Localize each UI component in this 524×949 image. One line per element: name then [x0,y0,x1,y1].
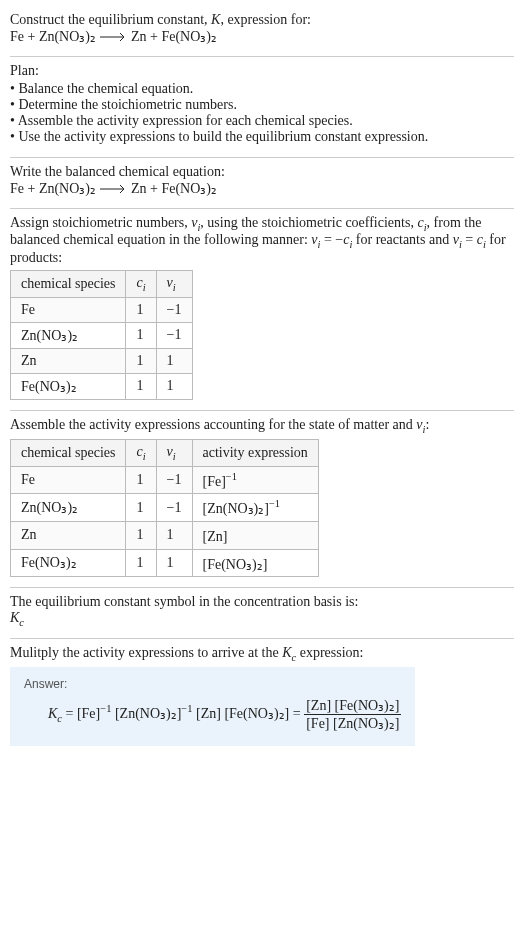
table-row: Zn(NO₃)₂ 1 −1 [Zn(NO₃)₂]−1 [11,494,319,522]
basis-text: The equilibrium constant symbol in the c… [10,594,514,610]
reaction-arrow-icon [100,30,128,46]
multiply-suffix: expression: [296,645,363,660]
answer-eq2: = [289,705,304,720]
col-c-sub: i [143,282,146,293]
assign-rel1-eq: = − [320,232,343,247]
table-row: Zn(NO₃)₂ 1 −1 [11,322,193,348]
table-header-row: chemical species ci νi activity expressi… [11,439,319,466]
intro-eqn-rhs: Zn + Fe(NO₃)₂ [131,29,217,44]
col-nu: νi [156,271,192,298]
balanced-title: Write the balanced chemical equation: [10,164,514,180]
cell-activity: [Zn] [192,521,318,549]
intro-eqn-lhs: Fe + Zn(NO₃)₂ [10,29,96,44]
act-base: [Zn(NO₃)₂] [203,501,269,516]
table-row: Zn 1 1 [Zn] [11,521,319,549]
act-exp: −1 [226,471,237,482]
assign-p4: for reactants and [352,232,452,247]
assign-p2: , using the stoichiometric coefficients, [200,215,417,230]
col-activity: activity expression [192,439,318,466]
cell-species: Zn [11,348,126,373]
col-species: chemical species [11,439,126,466]
cell-nu: −1 [156,494,192,522]
answer-t2e: −1 [181,703,192,714]
intro-K: K [211,12,220,27]
answer-t2b: [Zn(NO₃)₂] [115,705,181,720]
plan-title: Plan: [10,63,514,79]
answer-t3: [Zn] [196,705,221,720]
answer-label: Answer: [24,677,401,691]
plan-item: Determine the stoichiometric numbers. [10,97,514,113]
cell-nu: −1 [156,297,192,322]
col-nu-sub: i [173,451,176,462]
cell-c: 1 [126,373,156,399]
answer-box: Answer: Kc = [Fe]−1 [Zn(NO₃)₂]−1 [Zn] [F… [10,667,415,746]
basis-sub: c [19,617,24,628]
cell-nu: 1 [156,521,192,549]
answer-frac-num: [Zn] [Fe(NO₃)₂] [304,697,401,715]
activity-text: Assemble the activity expressions accoun… [10,417,429,432]
answer-equation: Kc = [Fe]−1 [Zn(NO₃)₂]−1 [Zn] [Fe(NO₃)₂]… [24,697,401,732]
table-row: Fe(NO₃)₂ 1 1 [11,373,193,399]
cell-nu: 1 [156,549,192,577]
reaction-arrow-icon [100,182,128,198]
intro-text-suffix: , expression for: [220,12,311,27]
col-nu: νi [156,439,192,466]
cell-c: 1 [126,348,156,373]
act-exp: −1 [269,498,280,509]
multiply-block: Mulitply the activity expressions to arr… [10,639,514,756]
assign-text: Assign stoichiometric numbers, νi, using… [10,215,506,266]
assign-block: Assign stoichiometric numbers, νi, using… [10,209,514,410]
answer-frac-den: [Fe] [Zn(NO₃)₂] [304,715,401,732]
cell-c: 1 [126,297,156,322]
cell-nu: −1 [156,322,192,348]
act-base: [Zn] [203,529,228,544]
multiply-text: Mulitply the activity expressions to arr… [10,645,363,660]
cell-species: Fe [11,466,126,494]
activity-prefix: Assemble the activity expressions accoun… [10,417,416,432]
col-c: ci [126,439,156,466]
assign-p1: Assign stoichiometric numbers, [10,215,191,230]
multiply-prefix: Mulitply the activity expressions to arr… [10,645,282,660]
cell-c: 1 [126,549,156,577]
answer-K: K [48,705,57,720]
stoich-table: chemical species ci νi Fe 1 −1 Zn(NO₃)₂ … [10,270,193,400]
cell-c: 1 [126,494,156,522]
cell-species: Fe(NO₃)₂ [11,549,126,577]
table-row: Fe(NO₃)₂ 1 1 [Fe(NO₃)₂] [11,549,319,577]
table-header-row: chemical species ci νi [11,271,193,298]
intro-text-prefix: Construct the equilibrium constant, [10,12,211,27]
cell-activity: [Fe]−1 [192,466,318,494]
col-c-sub: i [143,451,146,462]
table-row: Fe 1 −1 [Fe]−1 [11,466,319,494]
answer-t1b: [Fe] [77,705,100,720]
cell-nu: 1 [156,348,192,373]
cell-species: Zn(NO₃)₂ [11,322,126,348]
basis-block: The equilibrium constant symbol in the c… [10,588,514,638]
activity-block: Assemble the activity expressions accoun… [10,411,514,587]
plan-item: Assemble the activity expression for eac… [10,113,514,129]
table-row: Fe 1 −1 [11,297,193,322]
balanced-block: Write the balanced chemical equation: Fe… [10,158,514,208]
answer-fraction: [Zn] [Fe(NO₃)₂] [Fe] [Zn(NO₃)₂] [304,697,401,732]
col-species: chemical species [11,271,126,298]
cell-species: Zn [11,521,126,549]
multiply-K: K [282,645,291,660]
balanced-eqn-rhs: Zn + Fe(NO₃)₂ [131,181,217,196]
table-row: Zn 1 1 [11,348,193,373]
intro-block: Construct the equilibrium constant, K, e… [10,6,514,56]
plan-item: Balance the chemical equation. [10,81,514,97]
cell-species: Fe [11,297,126,322]
cell-activity: [Fe(NO₃)₂] [192,549,318,577]
act-base: [Fe(NO₃)₂] [203,556,268,571]
cell-nu: 1 [156,373,192,399]
cell-species: Fe(NO₃)₂ [11,373,126,399]
plan-block: Plan: Balance the chemical equation. Det… [10,57,514,157]
plan-item: Use the activity expressions to build th… [10,129,514,145]
plan-list: Balance the chemical equation. Determine… [10,81,514,145]
cell-c: 1 [126,521,156,549]
balanced-eqn-lhs: Fe + Zn(NO₃)₂ [10,181,96,196]
answer-t4: [Fe(NO₃)₂] [224,705,289,720]
assign-rel2-eq: = [462,232,477,247]
act-base: [Fe] [203,473,226,488]
cell-activity: [Zn(NO₃)₂]−1 [192,494,318,522]
